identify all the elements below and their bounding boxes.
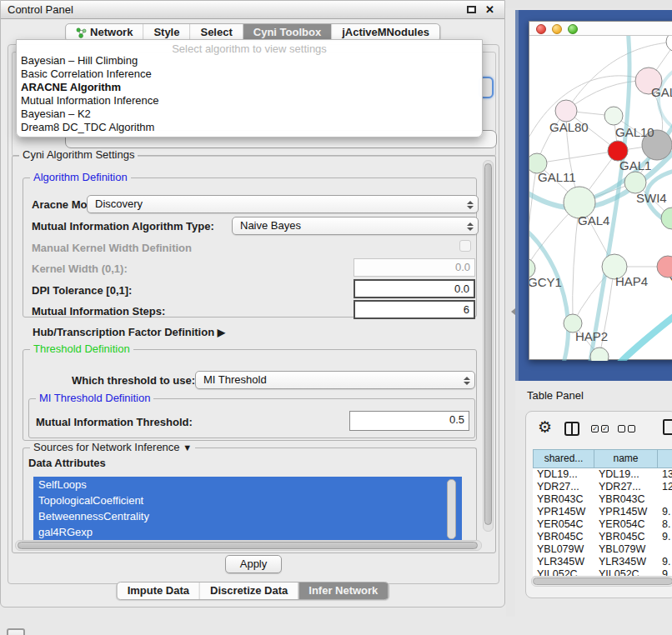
network-node-top-right-cut[interactable] [666, 36, 672, 52]
mi-threshold-field[interactable]: 0.5 [349, 411, 469, 431]
data-attributes-list[interactable]: SelfLoopsTopologicalCoefficientBetweenne… [33, 477, 462, 542]
split-pane-divider[interactable] [506, 8, 515, 617]
table-cell: YDR27... [533, 481, 594, 493]
table-row[interactable]: YLR345WYLR345W9. [533, 556, 672, 568]
apply-button[interactable]: Apply [225, 555, 282, 573]
network-edge-thick [617, 311, 672, 361]
mi-algorithm-type-select[interactable]: Naive Bayes [232, 217, 479, 235]
node-label: GCY1 [529, 275, 562, 289]
tab-cyni-toolbox[interactable]: Cyni Toolbox [243, 24, 331, 41]
chevron-down-icon[interactable]: ▼ [183, 442, 192, 452]
gear-icon[interactable]: ⚙ [538, 418, 552, 437]
dropdown-hint: Select algorithm to view settings [17, 40, 482, 54]
mi-steps-field[interactable]: 6 [354, 300, 475, 319]
algorithm-option[interactable]: Mutual Information Inference [17, 94, 482, 108]
algorithm-option[interactable]: Basic Correlation Inference [17, 68, 482, 81]
network-icon [76, 28, 87, 38]
dpi-tolerance-field[interactable]: 0.0 [354, 279, 475, 298]
table-horizontal-scrollbar[interactable] [531, 576, 672, 587]
which-threshold-select[interactable]: MI Threshold [195, 371, 475, 389]
tab-jactivemnodules[interactable]: jActiveMNodules [331, 24, 439, 41]
network-node-gal80[interactable] [555, 100, 577, 122]
table-row[interactable]: YBR045CYBR045C9. [533, 531, 672, 543]
table-cell: YIL052C [533, 568, 594, 576]
sources-title: Sources for Network Inference [33, 441, 180, 453]
cyni-bottom-tabbar: Impute Data Discretize Data Infer Networ… [117, 582, 389, 600]
tab-impute-data[interactable]: Impute Data [118, 582, 199, 599]
tab-style[interactable]: Style [143, 24, 189, 41]
minimized-panel-button[interactable] [7, 628, 25, 635]
node-label: GAL1 [619, 158, 651, 172]
aracne-mode-select[interactable]: Discovery [87, 195, 479, 213]
network-node-right-green[interactable] [661, 208, 672, 229]
kernel-width-field[interactable]: 0.0 [354, 258, 475, 277]
network-node-gal10[interactable] [604, 107, 623, 125]
hub-definition-toggle[interactable]: Hub/Transcription Factor Definition ▶ [33, 326, 225, 338]
tab-label: Select [200, 24, 232, 41]
network-canvas[interactable]: GALGAL80GAL10GAL1GAL11SWI4GAL4GCY1HAP4YH… [529, 36, 672, 361]
algorithm-dropdown-list: Bayesian – Hill ClimbingBasic Correlatio… [17, 54, 482, 134]
table-row[interactable]: YDL19...YDL19...13 [533, 468, 672, 481]
group-title: Algorithm Definition [30, 171, 131, 183]
scrollbar-thumb[interactable] [18, 542, 478, 549]
node-label: GAL [651, 85, 672, 99]
algorithm-option[interactable]: Bayesian – Hill Climbing [17, 54, 482, 68]
mi-steps-label: Mutual Information Steps: [32, 305, 165, 318]
selected-value: Discovery [95, 198, 143, 210]
table-row[interactable]: YPR145WYPR145W9. [533, 506, 672, 518]
table-cell: 9. [658, 531, 672, 543]
group-title: Threshold Definition [30, 342, 133, 355]
network-edge-thick [529, 228, 568, 361]
control-panel-window: Control Panel ✕ Network Style Select Cyn… [0, 0, 505, 608]
screen: Control Panel ✕ Network Style Select Cyn… [0, 0, 672, 635]
algorithm-option[interactable]: Dream8 DC_TDC Algorithm [17, 121, 482, 134]
tab-infer-network[interactable]: Infer Network [298, 582, 388, 599]
data-attribute-item[interactable]: SelfLoops [33, 477, 462, 492]
network-view-window: GALGAL80GAL10GAL1GAL11SWI4GAL4GCY1HAP4YH… [529, 21, 672, 360]
table-row[interactable]: YDR27...YDR27...12 [533, 481, 672, 493]
data-attribute-item[interactable]: BetweennessCentrality [33, 508, 462, 524]
combo-arrows-icon [463, 374, 470, 388]
table-cell [658, 493, 672, 506]
algorithm-option[interactable]: Bayesian – K2 [17, 108, 482, 121]
close-traffic-light-icon[interactable] [536, 24, 546, 34]
table-cell: YBR043C [533, 493, 594, 506]
group-title: MI Threshold Definition [36, 392, 153, 404]
column-header[interactable]: name [594, 449, 658, 468]
sources-group: Sources for Network Inference ▼ Data Att… [23, 448, 477, 546]
settings-horizontal-scrollbar[interactable] [15, 540, 482, 551]
scrollbar-thumb[interactable] [484, 163, 492, 525]
settings-vertical-scrollbar[interactable] [483, 160, 494, 532]
checked-boxes-icon[interactable]: ✓ ✓ [591, 422, 609, 432]
float-window-icon[interactable] [467, 6, 476, 13]
close-icon[interactable]: ✕ [485, 3, 494, 16]
columns-icon[interactable] [564, 422, 579, 436]
table-panel: ⚙ ✓ ✓ shared...name YDL19...YDL19...13YD… [525, 411, 672, 598]
data-attribute-item[interactable]: TopologicalCoefficient [33, 492, 462, 508]
tab-discretize-data[interactable]: Discretize Data [199, 582, 298, 599]
table-row[interactable]: YER054CYER054C8. [533, 518, 672, 531]
divider-collapse-handle[interactable] [508, 308, 515, 315]
table-cell: YBL079W [533, 543, 594, 556]
column-header[interactable]: shared... [533, 449, 594, 468]
hub-definition-label: Hub/Transcription Factor Definition [33, 326, 214, 338]
scrollbar-thumb[interactable] [533, 578, 672, 585]
algorithm-option[interactable]: ARACNE Algorithm [17, 81, 482, 94]
table-row[interactable]: YBR043CYBR043C [533, 493, 672, 506]
tab-label: Discretize Data [210, 582, 288, 599]
algorithm-dropdown-popup: Select algorithm to view settings Bayesi… [16, 39, 483, 138]
table-row[interactable]: YIL052CYIL052C9 [533, 568, 672, 576]
unchecked-boxes-icon[interactable] [618, 422, 635, 432]
tab-select[interactable]: Select [189, 24, 242, 41]
attribute-list-scrollbar[interactable] [447, 479, 456, 539]
data-attribute-item[interactable]: gal4RGexp [33, 524, 462, 540]
document-icon[interactable] [663, 419, 672, 435]
column-header[interactable] [658, 449, 672, 468]
table-cell: YPR145W [533, 506, 594, 518]
table-row[interactable]: YBL079WYBL079W [533, 543, 672, 556]
zoom-traffic-light-icon[interactable] [568, 24, 578, 34]
node-attribute-table: shared...name YDL19...YDL19...13YDR27...… [533, 449, 672, 576]
manual-kernel-width-checkbox[interactable] [459, 240, 471, 252]
tab-network[interactable]: Network [66, 24, 143, 41]
minimize-traffic-light-icon[interactable] [552, 24, 562, 34]
